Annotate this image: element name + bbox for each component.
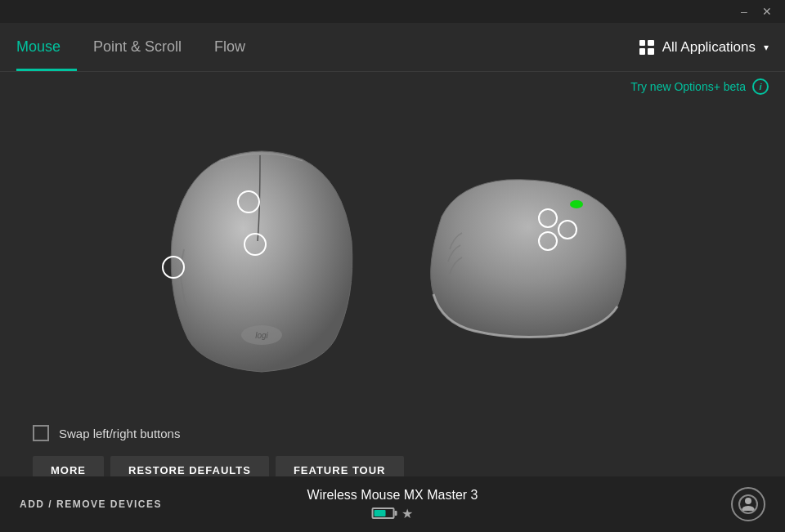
device-status-icons: ★ [372,506,413,521]
battery-fill [375,510,385,516]
status-bar: ADD / REMOVE DEVICES Wireless Mouse MX M… [0,476,785,532]
nav-tabs: Mouse Point & Scroll Flow All Applicatio… [0,23,785,72]
app-selector-label: All Applications [662,39,756,56]
close-button[interactable]: ✕ [756,0,778,23]
mouse-container: logi [33,135,752,380]
top-button-3-hotspot[interactable] [558,220,577,239]
minimize-button[interactable]: – [733,0,756,23]
beta-notice: Try new Options+ beta i [0,72,785,98]
beta-link[interactable]: Try new Options+ beta [630,80,746,93]
battery-icon [372,507,395,519]
mouse-side-view [417,168,630,347]
side-button-hotspot[interactable] [162,256,185,279]
tab-point-scroll[interactable]: Point & Scroll [77,23,198,71]
swap-row: Swap left/right buttons [33,425,752,441]
user-avatar[interactable] [731,487,765,521]
bluetooth-icon: ★ [401,506,413,521]
svg-point-3 [745,498,751,504]
top-button-1-hotspot[interactable] [538,208,558,228]
tab-flow[interactable]: Flow [198,23,262,71]
app-selector[interactable]: All Applications ▾ [639,39,769,56]
top-button-2-hotspot[interactable] [538,231,558,251]
device-info: Wireless Mouse MX Master 3 ★ [307,488,478,521]
chevron-down-icon: ▾ [764,42,769,53]
device-name: Wireless Mouse MX Master 3 [307,488,478,503]
scroll-wheel-hotspot[interactable] [237,190,260,213]
add-remove-devices-button[interactable]: ADD / REMOVE DEVICES [20,498,162,510]
middle-button-hotspot[interactable] [244,233,267,256]
swap-checkbox[interactable] [33,425,49,441]
mouse-front-view: logi [155,135,368,380]
grid-icon [639,40,654,55]
info-icon[interactable]: i [752,78,769,95]
svg-point-2 [570,200,583,208]
svg-text:logi: logi [255,331,268,340]
title-bar: – ✕ [0,0,785,23]
tab-mouse[interactable]: Mouse [16,23,77,71]
swap-label: Swap left/right buttons [59,427,180,440]
main-content: logi [0,98,785,417]
